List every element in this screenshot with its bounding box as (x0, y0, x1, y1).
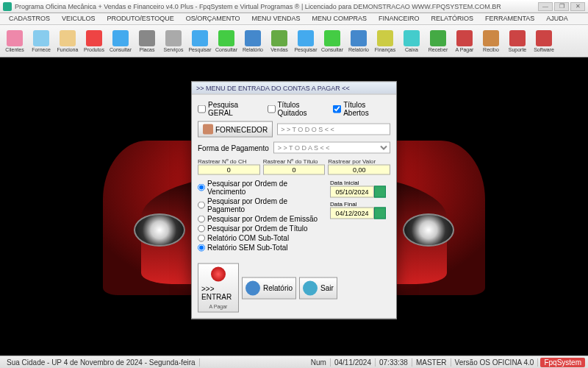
toolbar-relatório[interactable]: Relatório (240, 26, 266, 55)
titulos-quitados-checkbox[interactable]: Títulos Quitados (268, 101, 329, 117)
toolbar-icon (324, 30, 340, 46)
track-input-2[interactable] (328, 165, 390, 175)
fornecedor-field[interactable]: > > T O D O S < < (277, 124, 390, 135)
menu-ajuda[interactable]: AJUDA (540, 13, 574, 24)
radio-0[interactable]: Pesquisar por Ordem de Vencimento (198, 180, 324, 196)
report-icon (245, 280, 260, 295)
maximize-button[interactable]: ❐ (554, 2, 569, 11)
toolbar-placas[interactable]: Placas (134, 26, 160, 55)
radio-3[interactable]: Pesquisar por Ordem de Título (198, 224, 324, 233)
data-final-label: Data Final (330, 201, 390, 208)
menu-menu compras[interactable]: MENU COMPRAS (306, 13, 373, 24)
toolbar-fornece[interactable]: Fornece (28, 26, 54, 55)
data-inicial-input[interactable] (330, 186, 374, 198)
toolbar-icon (377, 30, 393, 46)
status-version: Versão OS OFICINA 4.0 (451, 358, 539, 367)
toolbar-consultar[interactable]: Consultar (319, 26, 345, 55)
toolbar-produtos[interactable]: Produtos (81, 26, 107, 55)
toolbar-caixa[interactable]: Caixa (398, 26, 425, 55)
toolbar: ClientesForneceFuncionaProdutosConsultar… (0, 25, 588, 57)
pesquisa-geral-checkbox[interactable]: Pesquisa GERAL (198, 101, 263, 117)
statusbar: Sua Cidade - UP 4 de Novembro de 2024 - … (0, 355, 588, 368)
status-num: Num (307, 358, 331, 367)
menu-cadastros[interactable]: CADASTROS (3, 13, 56, 24)
toolbar-serviços[interactable]: Serviços (160, 26, 187, 55)
menu-financeiro[interactable]: FINANCEIRO (373, 13, 426, 24)
forma-pagamento-select[interactable]: > > T O D A S < < (273, 142, 390, 154)
toolbar-icon (430, 30, 446, 46)
radio-2[interactable]: Pesquisar por Ordem de Emissão (198, 215, 324, 223)
fornecedor-button[interactable]: FORNECEDOR (198, 121, 273, 138)
toolbar-icon (60, 30, 76, 46)
toolbar-recibo[interactable]: Recibo (478, 26, 504, 55)
radio-1[interactable]: Pesquisar por Ordem de Pagamento (198, 197, 324, 213)
person-icon (203, 124, 213, 135)
toolbar-finanças[interactable]: Finanças (372, 26, 398, 55)
menu-os/orçamento[interactable]: OS/ORÇAMENTO (180, 13, 246, 24)
toolbar-consultar[interactable]: Consultar (107, 26, 134, 55)
brand-button[interactable]: FpqSystem (540, 358, 585, 367)
track-input-0[interactable] (198, 165, 260, 175)
toolbar-pesquisar[interactable]: Pesquisar (187, 26, 213, 55)
toolbar-icon (245, 30, 261, 46)
toolbar-receber[interactable]: Receber (425, 26, 451, 55)
menu-veiculos[interactable]: VEICULOS (56, 13, 101, 24)
dialog-title: >> MENU DE ENTRADA DO CONTAS A PAGAR << (192, 82, 396, 95)
status-date: 04/11/2024 (331, 358, 376, 367)
track-input-1[interactable] (263, 165, 326, 175)
calendar-icon[interactable] (374, 208, 386, 219)
titulos-abertos-checkbox[interactable]: Títulos Abertos (333, 101, 390, 117)
toolbar-icon (139, 30, 155, 46)
minimize-button[interactable]: — (538, 2, 553, 11)
toolbar-icon (218, 30, 234, 46)
status-user: MASTER (412, 358, 451, 367)
menubar: CADASTROSVEICULOSPRODUTO/ESTOQUEOS/ORÇAM… (0, 13, 588, 25)
toolbar-icon (536, 30, 552, 46)
sair-button[interactable]: Sair (299, 277, 337, 299)
status-time: 07:33:38 (376, 358, 412, 367)
contas-a-pagar-dialog: >> MENU DE ENTRADA DO CONTAS A PAGAR << … (191, 82, 397, 319)
exit-icon (303, 280, 318, 295)
toolbar-funciona[interactable]: Funciona (54, 26, 81, 55)
toolbar-icon (404, 30, 420, 46)
forma-pagamento-label: Forma de Pagamento (198, 144, 269, 152)
toolbar-pesquisar[interactable]: Pesquisar (293, 26, 319, 55)
toolbar-icon (456, 30, 473, 46)
relatorio-button[interactable]: Relatório (242, 277, 296, 299)
toolbar-suporte[interactable]: Suporte (504, 26, 531, 55)
toolbar-icon (165, 30, 182, 46)
toolbar-icon (351, 30, 367, 46)
toolbar-clientes[interactable]: Clientes (1, 26, 28, 55)
toolbar-icon (112, 30, 129, 46)
menu-relatórios[interactable]: RELATÓRIOS (426, 13, 479, 24)
workspace: >> MENU DE ENTRADA DO CONTAS A PAGAR << … (0, 57, 588, 355)
calendar-icon[interactable] (374, 186, 386, 198)
toolbar-icon (483, 30, 499, 46)
toolbar-relatório[interactable]: Relatório (345, 26, 372, 55)
window-titlebar: Programa Oficina Mecânica + Vendas e Fin… (0, 0, 588, 13)
menu-menu vendas[interactable]: MENU VENDAS (246, 13, 306, 24)
status-city: Sua Cidade - UP 4 de Novembro de 2024 - … (3, 358, 200, 367)
toolbar-consultar[interactable]: Consultar (213, 26, 240, 55)
track-label: Rastrear Nº do Título (263, 158, 326, 165)
toolbar-icon (271, 30, 287, 46)
menu-produto/estoque[interactable]: PRODUTO/ESTOQUE (101, 13, 180, 24)
toolbar-a pagar[interactable]: A Pagar (451, 26, 478, 55)
menu-ferramentas[interactable]: FERRAMENTAS (479, 13, 540, 24)
window-title: Programa Oficina Mecânica + Vendas e Fin… (15, 3, 501, 10)
toolbar-icon (86, 30, 102, 46)
track-label: Rastrear por Valor (328, 158, 390, 165)
toolbar-icon (7, 30, 23, 46)
toolbar-software[interactable]: Software (531, 26, 557, 55)
data-inicial-label: Data Inicial (330, 180, 390, 186)
radio-4[interactable]: Relatório COM Sub-Total (198, 234, 324, 242)
toolbar-icon (192, 30, 208, 46)
app-icon (3, 2, 12, 11)
entrar-button[interactable]: >>> ENTRAR A Pagar (198, 263, 239, 313)
track-label: Rastrear Nº do CH (198, 158, 260, 165)
close-button[interactable]: ✕ (570, 2, 585, 11)
toolbar-vendas[interactable]: Vendas (266, 26, 293, 55)
dollar-icon (211, 267, 226, 282)
data-final-input[interactable] (330, 208, 374, 219)
radio-5[interactable]: Relatório SEM Sub-Total (198, 244, 324, 252)
